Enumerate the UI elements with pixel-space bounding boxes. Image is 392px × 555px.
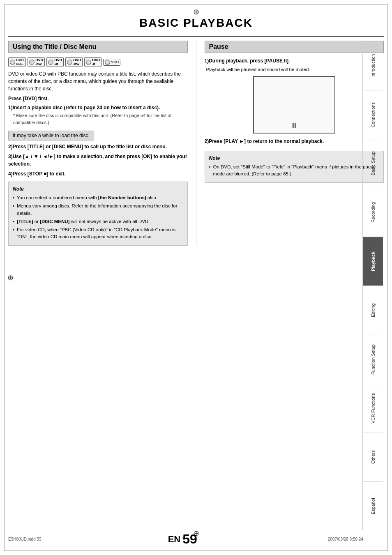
sidebar: Introduction Connections Basic Setup Rec…	[362, 41, 383, 530]
disc-icon-vcd: VCD	[103, 59, 120, 66]
en-label: EN	[168, 534, 181, 545]
sidebar-item-connections: Connections	[363, 90, 383, 139]
disc-icon-dvd-rw2: DVD-RW	[65, 57, 83, 67]
sidebar-item-basic-setup: Basic Setup	[363, 139, 383, 188]
left-note-item-1: You can select a numbered menu with [the…	[13, 194, 183, 201]
left-note-item-2: Menus vary among discs. Refer to the inf…	[13, 203, 183, 217]
sidebar-item-introduction: Introduction	[363, 41, 383, 90]
page-number-area: EN 59	[168, 532, 201, 547]
bottom-bar: E9H80UD.indd 59 EN 59 2007/03/28 9:56:24	[8, 532, 363, 547]
disc-icon-dvd-r-plus: DVD+R	[46, 57, 64, 67]
disc-icon-dvd-video: DVDVideo	[8, 57, 26, 67]
sidebar-item-editing: Editing	[363, 286, 383, 334]
left-note-item-4: For video CD, when "PBC (Video CD only)"…	[13, 226, 183, 241]
page-number: 59	[182, 532, 197, 547]
file-info: E9H80UD.indd 59	[8, 537, 42, 541]
date-info: 2007/03/28 9:56:24	[328, 537, 363, 541]
right-note-item-1: On DVD, set "Still Mode" to "Field" in "…	[209, 164, 380, 178]
page-border	[4, 4, 388, 551]
sidebar-item-playback: Playback	[363, 237, 383, 286]
crosshair-left: ⊕	[7, 273, 14, 282]
sidebar-item-vcr-functions: VCR Functions	[363, 384, 383, 433]
disc-icon-dvd-rw1: DVD-RW	[28, 57, 45, 67]
left-note-item-3: [TITLE] or [DISC MENU] will not always b…	[13, 218, 183, 225]
sidebar-item-others: Others	[363, 433, 383, 481]
disc-icon-dvd-r: DVD-R	[84, 57, 101, 67]
sidebar-item-function-setup: Function Setup	[363, 335, 383, 384]
sidebar-item-recording: Recording	[363, 188, 383, 237]
sidebar-item-espanol: Español	[363, 481, 383, 530]
